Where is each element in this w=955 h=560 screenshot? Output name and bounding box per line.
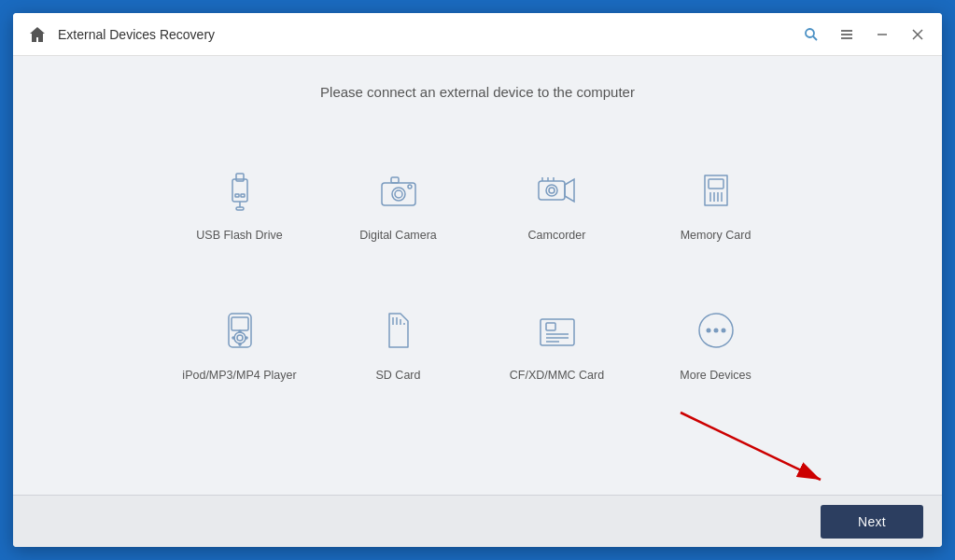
svg-rect-19: [539, 181, 565, 200]
svg-point-35: [239, 330, 241, 332]
svg-point-16: [395, 190, 402, 198]
svg-point-50: [713, 328, 718, 332]
svg-rect-9: [236, 174, 244, 181]
device-cf-card[interactable]: CF/XD/MMC Card: [487, 277, 627, 408]
cf-card-icon: [529, 302, 585, 358]
svg-rect-11: [241, 194, 245, 197]
main-window: External Devices Recovery: [13, 13, 942, 547]
memory-card-label: Memory Card: [681, 228, 751, 243]
close-button[interactable]: [905, 21, 931, 48]
svg-marker-22: [565, 179, 574, 202]
minimize-icon: [877, 29, 888, 40]
svg-rect-14: [382, 183, 415, 205]
svg-point-18: [408, 185, 412, 189]
ipod-icon: [212, 302, 268, 358]
svg-rect-26: [709, 179, 723, 189]
svg-point-21: [549, 188, 555, 193]
svg-rect-44: [546, 323, 555, 330]
search-button[interactable]: [798, 21, 824, 48]
usb-flash-drive-label: USB Flash Drive: [196, 228, 282, 243]
main-content: Please connect an external device to the…: [13, 56, 942, 495]
svg-line-1: [813, 36, 817, 40]
subtitle-text: Please connect an external device to the…: [320, 84, 635, 100]
svg-point-36: [239, 343, 241, 345]
svg-point-34: [237, 335, 243, 341]
usb-flash-drive-icon: [212, 162, 268, 218]
device-ipod[interactable]: iPod/MP3/MP4 Player: [170, 277, 310, 408]
sd-card-icon: [371, 302, 427, 358]
svg-point-51: [721, 328, 725, 332]
device-more[interactable]: More Devices: [646, 277, 786, 408]
sd-card-label: SD Card: [376, 368, 421, 383]
digital-camera-label: Digital Camera: [359, 228, 437, 243]
device-camcorder[interactable]: Camcorder: [487, 137, 627, 268]
svg-rect-10: [235, 194, 239, 197]
svg-point-20: [546, 185, 557, 196]
device-digital-camera[interactable]: Digital Camera: [329, 137, 469, 268]
footer: Next: [13, 495, 942, 547]
more-devices-icon: [688, 302, 744, 358]
svg-rect-32: [232, 317, 248, 330]
svg-rect-13: [236, 207, 244, 210]
close-icon: [912, 29, 923, 40]
camcorder-icon: [529, 162, 585, 218]
titlebar: External Devices Recovery: [13, 13, 942, 56]
home-icon: [28, 25, 47, 44]
memory-card-icon: [688, 162, 744, 218]
next-button[interactable]: Next: [821, 505, 923, 539]
window-controls: [798, 21, 931, 48]
svg-rect-8: [232, 179, 247, 202]
window-title: External Devices Recovery: [58, 27, 798, 42]
ipod-label: iPod/MP3/MP4 Player: [182, 368, 296, 383]
search-icon: [804, 27, 819, 42]
camcorder-label: Camcorder: [528, 228, 586, 243]
more-devices-label: More Devices: [680, 368, 751, 383]
svg-point-15: [392, 188, 405, 201]
digital-camera-icon: [371, 162, 427, 218]
svg-rect-17: [391, 177, 399, 183]
minimize-button[interactable]: [869, 21, 895, 48]
svg-point-38: [246, 337, 247, 339]
cf-card-label: CF/XD/MMC Card: [510, 368, 604, 383]
svg-point-0: [806, 29, 814, 37]
svg-point-49: [706, 328, 710, 332]
device-usb-flash-drive[interactable]: USB Flash Drive: [170, 137, 310, 268]
home-button[interactable]: [24, 21, 50, 48]
devices-grid: USB Flash Drive Digital Camera: [170, 137, 786, 408]
menu-icon: [839, 27, 854, 42]
svg-point-37: [232, 337, 234, 339]
svg-point-33: [234, 332, 246, 343]
menu-button[interactable]: [834, 21, 860, 48]
device-memory-card[interactable]: Memory Card: [646, 137, 786, 268]
device-sd-card[interactable]: SD Card: [329, 277, 469, 408]
